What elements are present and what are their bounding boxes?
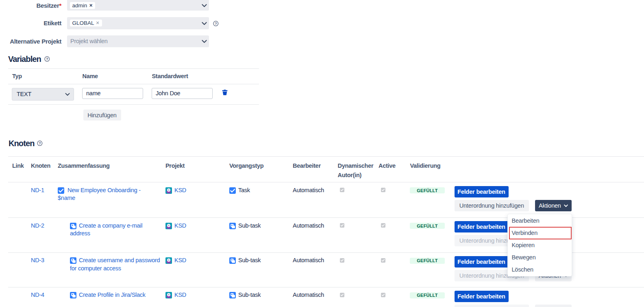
svg-text:?: ? [46, 57, 48, 61]
svg-text:?: ? [39, 141, 41, 145]
svg-text:?: ? [215, 21, 217, 26]
